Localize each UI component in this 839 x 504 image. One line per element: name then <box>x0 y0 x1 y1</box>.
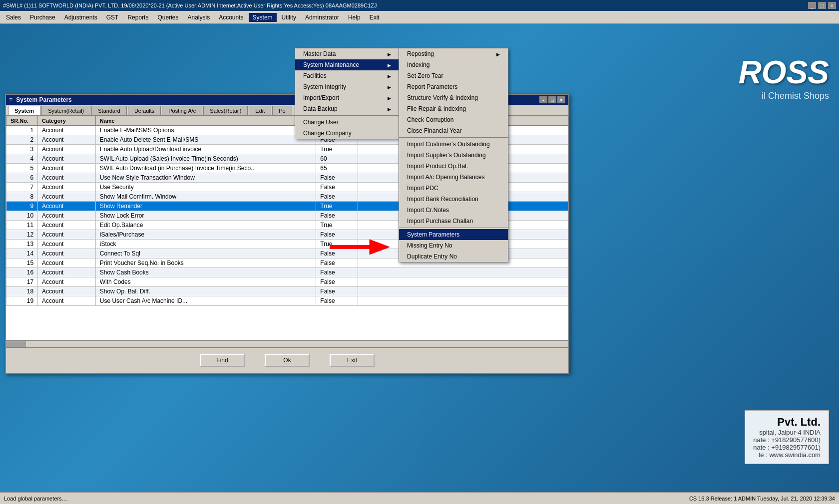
cell-name: Show Reminder <box>95 202 316 211</box>
submenu-missing-entry-no[interactable]: Missing Entry No <box>399 240 508 251</box>
tab-system-retail[interactable]: System(Retail) <box>41 106 90 115</box>
submenu-arrow-facilities <box>388 72 391 79</box>
table-row[interactable]: 17 Account With Codes False <box>6 277 568 287</box>
minimize-btn[interactable]: _ <box>808 2 816 9</box>
cell-value: False <box>316 258 358 268</box>
submenu-import-cr-notes[interactable]: Import Cr.Notes <box>399 205 508 216</box>
submenu-import-supplier-outstanding[interactable]: Import Supplier's Outstanding <box>399 150 508 161</box>
cell-value: True <box>316 221 358 230</box>
scrollbar-thumb[interactable] <box>6 341 26 347</box>
title-bar-controls[interactable]: _ □ × <box>808 2 836 9</box>
table-row[interactable]: 18 Account Show Op. Bal. Diff. False <box>6 287 568 296</box>
cell-category: Account <box>38 183 96 192</box>
cell-value: True <box>316 145 358 154</box>
cell-srno: 5 <box>6 164 38 173</box>
menu-adjustments[interactable]: Adjustments <box>60 13 101 22</box>
menu-system[interactable]: System <box>249 13 277 22</box>
submenu-check-corruption[interactable]: Check Corruption <box>399 114 508 125</box>
sys-params-title-controls[interactable]: - □ × <box>539 96 565 103</box>
menu-item-change-company[interactable]: Change Company <box>295 128 399 139</box>
menu-administrator[interactable]: Adminstrator <box>301 13 343 22</box>
cell-srno: 10 <box>6 211 38 221</box>
submenu-reposting[interactable]: Reposting <box>399 48 508 59</box>
cell-name: Show Lock Error <box>95 211 316 221</box>
sys-params-close[interactable]: × <box>557 96 565 103</box>
cell-srno: 11 <box>6 221 38 230</box>
menu-item-facilities[interactable]: Facilities <box>295 70 399 81</box>
menu-utility[interactable]: Utility <box>278 13 300 22</box>
tab-posting-ac[interactable]: Posting A/c <box>162 106 202 115</box>
menu-bar[interactable]: Sales Purchase Adjustments GST Reports Q… <box>0 11 839 24</box>
tab-sales-retail[interactable]: Sales(Retail) <box>203 106 248 115</box>
tab-po[interactable]: Po <box>272 106 292 115</box>
submenu-import-ac-opening[interactable]: Import A/c Opening Balances <box>399 172 508 183</box>
menu-item-master-data[interactable]: Master Data <box>295 48 399 59</box>
menu-item-system-integrity[interactable]: System Integrity <box>295 81 399 92</box>
submenu-system-parameters[interactable]: System Parameters <box>399 229 508 240</box>
menu-accounts[interactable]: Accounts <box>215 13 247 22</box>
submenu-separator-2 <box>399 228 508 228</box>
menu-sales[interactable]: Sales <box>2 13 25 22</box>
maximize-btn[interactable]: □ <box>818 2 826 9</box>
menu-item-import-export[interactable]: Import/Export <box>295 92 399 103</box>
svg-rect-1 <box>330 245 371 249</box>
table-row[interactable]: 16 Account Show Cash Books False <box>6 268 568 277</box>
menu-exit[interactable]: Exit <box>366 13 384 22</box>
find-button[interactable]: Find <box>200 354 245 367</box>
ok-button[interactable]: Ok <box>265 354 310 367</box>
sys-params-maximize[interactable]: □ <box>548 96 556 103</box>
menu-reports[interactable]: Reports <box>123 13 152 22</box>
submenu-arrow-master-data <box>388 50 391 57</box>
tab-system[interactable]: System <box>8 106 40 115</box>
menu-queries[interactable]: Queries <box>153 13 182 22</box>
submenu-arrow-sys-maint <box>388 61 391 68</box>
submenu-set-zero-tear[interactable]: Set Zero Tear <box>399 70 508 81</box>
sys-maintenance-submenu[interactable]: Reposting Indexing Set Zero Tear Report … <box>399 48 508 262</box>
pvt-line2: nate : +918290577600) <box>753 436 821 444</box>
menu-item-data-backup[interactable]: Data Backup <box>295 103 399 114</box>
submenu-import-customer-outstanding[interactable]: Import Customer's Outstanding <box>399 139 508 150</box>
sys-params-title: ≡ System Parameters <box>9 96 72 103</box>
sys-params-icon: ≡ <box>9 96 12 103</box>
submenu-import-purchase-challan[interactable]: Import Purchase Challan <box>399 216 508 227</box>
sys-params-minimize[interactable]: - <box>539 96 547 103</box>
submenu-close-financial-year[interactable]: Close Financial Year <box>399 125 508 136</box>
logo-subtitle: il Chemist Shops <box>739 91 829 101</box>
submenu-duplicate-entry-no[interactable]: Duplicate Entry No <box>399 251 508 262</box>
menu-purchase[interactable]: Purchase <box>26 13 59 22</box>
table-row[interactable]: 19 Account Use User Cash A/c Machine ID.… <box>6 296 568 306</box>
menu-item-change-user[interactable]: Change User <box>295 117 399 128</box>
cell-name: iSales/iPurchase <box>95 230 316 240</box>
tab-edit[interactable]: Edit <box>249 106 271 115</box>
pvt-line4: te : www.swindia.com <box>753 451 821 459</box>
cell-extra <box>358 277 568 287</box>
cell-category: Account <box>38 268 96 277</box>
submenu-report-parameters[interactable]: Report Parameters <box>399 81 508 92</box>
submenu-import-pdc[interactable]: Import PDC <box>399 183 508 194</box>
menu-help[interactable]: Help <box>344 13 365 22</box>
cell-category: Account <box>38 173 96 183</box>
menu-analysis[interactable]: Analysis <box>184 13 214 22</box>
submenu-indexing[interactable]: Indexing <box>399 59 508 70</box>
system-menu-dropdown[interactable]: Master Data System Maintenance Facilitie… <box>295 48 400 139</box>
submenu-import-product-op-bal[interactable]: Import Product Op.Bal. <box>399 161 508 172</box>
cell-value: False <box>316 296 358 306</box>
menu-item-system-maintenance[interactable]: System Maintenance <box>295 59 399 70</box>
cell-name: Show Op. Bal. Diff. <box>95 287 316 296</box>
close-btn[interactable]: × <box>828 2 836 9</box>
tab-standard[interactable]: Standard <box>91 106 127 115</box>
cell-srno: 3 <box>6 145 38 154</box>
tab-defaults[interactable]: Defaults <box>128 106 161 115</box>
title-bar: #SWIL# (1)11 SOFTWORLD (INDIA) PVT. LTD.… <box>0 0 839 11</box>
cell-category: Account <box>38 296 96 306</box>
menu-separator-1 <box>295 115 399 116</box>
submenu-structure-verify[interactable]: Structure Verify & Indexing <box>399 92 508 103</box>
pvt-info: Pvt. Ltd. spital, Jaipur-4 INDIA nate : … <box>745 410 829 464</box>
cell-srno: 7 <box>6 183 38 192</box>
exit-button[interactable]: Exit <box>330 354 375 367</box>
menu-gst[interactable]: GST <box>102 13 123 22</box>
horizontal-scrollbar[interactable] <box>6 340 568 347</box>
submenu-file-repair[interactable]: File Repair & Indexing <box>399 103 508 114</box>
submenu-import-bank-reconciliation[interactable]: Import Bank Reconciliation <box>399 194 508 205</box>
button-area[interactable]: Find Ok Exit <box>6 347 568 373</box>
